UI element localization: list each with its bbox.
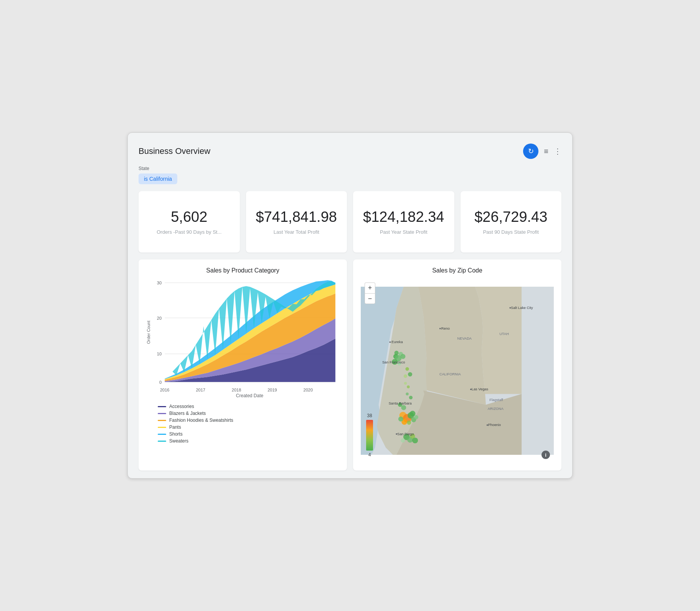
svg-text:CALIFORNIA: CALIFORNIA [439, 372, 461, 376]
svg-point-29 [408, 372, 412, 377]
legend-item-accessories: Accessories [158, 404, 339, 409]
category-chart-card: Sales by Product Category Order Count 30 [139, 259, 347, 471]
svg-text:San Diego: San Diego [397, 432, 414, 436]
map-chart-card: Sales by Zip Code [353, 259, 561, 471]
dashboard: Business Overview ↻ ≡ ⋮ State is Califor… [127, 132, 573, 479]
charts-row: Sales by Product Category Order Count 30 [139, 259, 561, 471]
x-tick-2018: 2018 [232, 388, 241, 392]
kpi-card-past-year-state: $124,182.34 Past Year State Profit [353, 191, 454, 253]
legend-scale: 38 4 [366, 413, 373, 457]
svg-point-28 [405, 367, 409, 371]
svg-text:Salt Lake City: Salt Lake City [511, 306, 533, 310]
svg-point-27 [400, 354, 405, 359]
x-axis-title: Created Date [160, 393, 339, 398]
map-svg: Eureka Reno Salt Lake City NEVADA UTAH S… [361, 279, 554, 463]
svg-text:Eureka: Eureka [391, 340, 403, 344]
kpi-card-orders: 5,602 Orders -Past 90 Days by St... [139, 191, 240, 253]
svg-point-26 [395, 351, 399, 355]
kpi-value-last-year-profit: $741,841.98 [256, 209, 337, 225]
svg-text:NEVADA: NEVADA [457, 337, 472, 340]
svg-point-44 [412, 438, 418, 443]
filter-chip[interactable]: is California [139, 173, 177, 184]
svg-point-30 [404, 374, 407, 378]
legend-label-accessories: Accessories [169, 404, 194, 409]
x-tick-2016: 2016 [160, 388, 169, 392]
legend-color-accessories [158, 406, 166, 407]
header: Business Overview ↻ ≡ ⋮ [139, 144, 561, 159]
map-chart-title: Sales by Zip Code [361, 267, 554, 274]
filter-label: State [139, 166, 561, 171]
refresh-button[interactable]: ↻ [523, 144, 538, 159]
svg-point-47 [404, 382, 407, 385]
svg-point-56 [509, 307, 511, 309]
info-button[interactable]: i [542, 451, 550, 459]
legend-color-pants [158, 427, 166, 428]
svg-text:ARIZONA: ARIZONA [488, 407, 504, 411]
svg-point-67 [396, 433, 397, 435]
svg-point-36 [407, 420, 411, 424]
legend-item-blazers: Blazers & Jackets [158, 411, 339, 416]
legend-item-shorts: Shorts [158, 431, 339, 437]
category-chart-title: Sales by Product Category [146, 267, 339, 274]
kpi-label-orders: Orders -Past 90 Days by St... [157, 229, 221, 235]
kpi-value-orders: 5,602 [171, 209, 207, 225]
legend-item-hoodies: Fashion Hoodies & Sweatshirts [158, 418, 339, 423]
x-tick-2019: 2019 [267, 388, 277, 392]
svg-text:0: 0 [159, 380, 162, 384]
legend-item-pants: Pants [158, 424, 339, 430]
svg-text:Santa Barbara: Santa Barbara [389, 401, 412, 405]
chart-svg: 30 20 10 0 [153, 279, 339, 386]
filter-bar: State is California [139, 166, 561, 184]
svg-text:San Francisco: San Francisco [382, 360, 405, 364]
chart-legend: Accessories Blazers & Jackets Fashion Ho… [146, 404, 339, 444]
kpi-label-past-year-state: Past Year State Profit [380, 229, 428, 235]
svg-text:Phoenix: Phoenix [488, 423, 501, 427]
legend-scale-min: 4 [368, 452, 371, 457]
map-wrapper: Eureka Reno Salt Lake City NEVADA UTAH S… [361, 279, 554, 463]
svg-text:UTAH: UTAH [499, 332, 509, 336]
x-tick-2020: 2020 [304, 388, 313, 392]
svg-point-38 [414, 415, 418, 419]
legend-label-sweaters: Sweaters [169, 438, 188, 444]
header-actions: ↻ ≡ ⋮ [523, 144, 561, 159]
svg-point-52 [390, 342, 391, 343]
svg-text:Flagstaff: Flagstaff [489, 398, 503, 402]
legend-scale-max: 38 [367, 413, 372, 418]
svg-text:20: 20 [157, 315, 162, 320]
page-title: Business Overview [139, 146, 210, 156]
kpi-label-last-year-profit: Last Year Total Profit [274, 229, 319, 235]
svg-point-48 [407, 385, 409, 388]
svg-point-49 [409, 396, 413, 399]
kpi-value-past-year-state: $124,182.34 [363, 209, 444, 225]
kpi-row: 5,602 Orders -Past 90 Days by St... $741… [139, 191, 561, 253]
more-icon[interactable]: ⋮ [554, 147, 561, 156]
svg-point-46 [401, 405, 406, 410]
legend-color-blazers [158, 413, 166, 414]
map-controls: + − [365, 282, 375, 304]
svg-point-69 [487, 424, 488, 426]
svg-text:Las Vegas: Las Vegas [472, 387, 489, 391]
legend-color-hoodies [158, 420, 166, 421]
legend-label-hoodies: Fashion Hoodies & Sweatshirts [169, 418, 233, 423]
svg-point-62 [470, 389, 472, 390]
zoom-out-button[interactable]: − [365, 293, 375, 304]
zoom-in-button[interactable]: + [365, 282, 375, 293]
chart-area: Order Count 30 20 10 0 [146, 279, 339, 386]
svg-point-39 [398, 416, 403, 421]
x-axis-labels: 2016 2017 2018 2019 2020 [160, 386, 339, 392]
x-tick-2017: 2017 [196, 388, 205, 392]
legend-scale-bar [366, 420, 373, 451]
svg-text:30: 30 [157, 281, 162, 285]
kpi-card-past-90-state: $26,729.43 Past 90 Days State Profit [461, 191, 562, 253]
svg-point-50 [406, 393, 408, 395]
kpi-value-past-90-state: $26,729.43 [474, 209, 547, 225]
svg-text:Reno: Reno [441, 327, 450, 330]
legend-color-sweaters [158, 441, 166, 442]
kpi-card-last-year-profit: $741,841.98 Last Year Total Profit [246, 191, 347, 253]
filter-icon[interactable]: ≡ [544, 147, 548, 156]
legend-color-shorts [158, 434, 166, 435]
category-chart-wrapper: Order Count 30 20 10 0 [146, 279, 339, 444]
svg-point-43 [401, 438, 405, 443]
svg-point-37 [410, 411, 416, 416]
legend-label-pants: Pants [169, 424, 181, 430]
